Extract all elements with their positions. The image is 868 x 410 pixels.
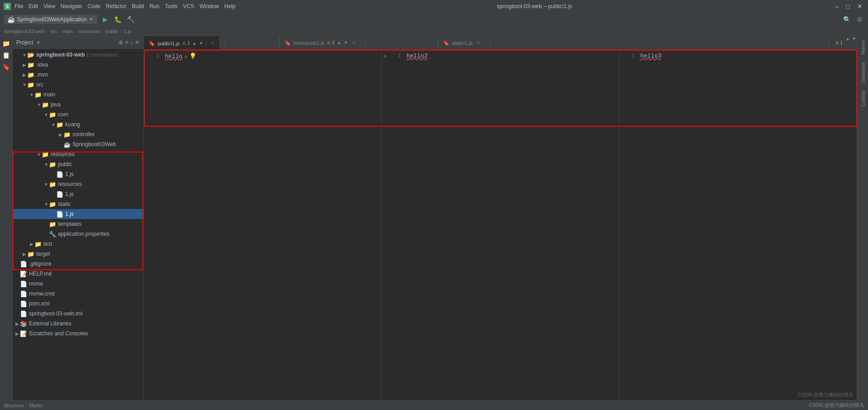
tab-nav-up[interactable]: ▲ <box>192 41 197 46</box>
label-sbweb-iml: springboot-03-web.iml <box>29 310 82 317</box>
tab-menu-btn-3[interactable]: ⋮ <box>485 36 496 49</box>
tree-item-static-1js[interactable]: 📄 1.js <box>13 209 144 219</box>
menu-run[interactable]: Run <box>149 3 159 10</box>
tab-nav-up-2[interactable]: ▲ <box>337 40 341 45</box>
build-button[interactable]: 🔨 <box>125 14 135 24</box>
menu-navigate[interactable]: Navigate <box>61 3 82 10</box>
menu-bar: FileEditViewNavigateCodeRefactorBuildRun… <box>14 3 235 10</box>
project-icon[interactable]: 📁 <box>1 38 12 49</box>
tab-nav-down-3[interactable]: ▼ <box>851 36 857 49</box>
minimize-button[interactable]: – <box>834 2 841 11</box>
menu-view[interactable]: View <box>43 3 55 10</box>
tree-item-templates[interactable]: 📁 templates <box>13 219 144 229</box>
tree-item-main[interactable]: ▼ 📁 main <box>13 90 144 100</box>
run-config-label: Springboot03WebApplication <box>17 16 87 23</box>
sidebar-database-label[interactable]: Database <box>859 58 867 87</box>
menu-edit[interactable]: Edit <box>29 3 38 10</box>
tree-item-test[interactable]: ▶ 📁 test <box>13 239 144 249</box>
label-gitignore: .gitignore <box>29 261 51 267</box>
menu-build[interactable]: Build <box>132 3 144 10</box>
tree-item-idea[interactable]: ▶ 📁 .idea <box>13 60 144 70</box>
tree-item-sbweb-iml[interactable]: 📄 springboot-03-web.iml <box>13 309 144 319</box>
close-button[interactable]: ✕ <box>855 2 864 11</box>
editor-content-public[interactable]: 1 hello ⚠ 💡 <box>144 50 381 400</box>
breadcrumb-sep-4: › <box>120 29 122 34</box>
tree-item-kuang[interactable]: ▼ 📁 kuang <box>13 119 144 129</box>
tree-item-target[interactable]: ▶ 📁 target <box>13 249 144 259</box>
tree-item-java[interactable]: ▼ 📁 java <box>13 100 144 110</box>
breadcrumb-part-5[interactable]: 1.js <box>124 29 131 34</box>
tree-item-gitignore[interactable]: 📄 .gitignore <box>13 259 144 269</box>
tab-menu-btn-2[interactable]: ⋮ <box>361 36 372 49</box>
debug-button[interactable]: 🐛 <box>113 14 123 24</box>
breadcrumb-part-1[interactable]: src <box>50 29 57 34</box>
tree-item-scratches[interactable]: ▶ 📝 Scratches and Consoles <box>13 329 144 338</box>
tree-item-mvnw[interactable]: 📄 mvnw <box>13 279 144 289</box>
menu-help[interactable]: Help <box>224 3 235 10</box>
breadcrumb-part-4[interactable]: public <box>106 29 119 34</box>
structure-icon[interactable]: 📋 <box>1 50 12 61</box>
tab-nav-up-3[interactable]: ▲ <box>844 36 851 49</box>
maximize-button[interactable]: □ <box>844 2 852 11</box>
search-button[interactable]: 🔍 <box>842 14 852 24</box>
tree-item-controller[interactable]: ▶ 📁 controller <box>13 129 144 139</box>
tab-close-static[interactable]: ✕ <box>476 40 480 46</box>
collapse-icon[interactable]: ↕ <box>130 39 134 46</box>
tab-static-1js[interactable]: 🔖 static\1.js ✕ <box>438 36 485 49</box>
breadcrumb-part-0[interactable]: springboot-03-web <box>4 29 45 34</box>
tree-item-mvn[interactable]: ▶ 📁 .mvn <box>13 70 144 80</box>
code-text-hello3: hello3 <box>640 52 662 59</box>
tree-item-resources[interactable]: ▼ 📁 resources <box>13 149 144 159</box>
run-config-selector[interactable]: ☕ Springboot03WebApplication ▼ <box>4 15 97 24</box>
icon-templates: 📁 <box>49 221 56 228</box>
tab-resources-1js[interactable]: 🔖 resources\1.js ⚠ 1 ▲ ▼ ✕ <box>280 36 361 49</box>
settings-button[interactable]: ⚙ <box>854 14 864 24</box>
status-structure[interactable]: Structure <box>4 403 24 408</box>
tab-menu-btn-1[interactable]: ⋮ <box>220 36 230 49</box>
tree-item-static[interactable]: ▼ 📁 static <box>13 199 144 209</box>
tree-item-Springboot03Web[interactable]: ☕ Springboot03Web <box>13 139 144 149</box>
tree-item-public[interactable]: ▼ 📁 public <box>13 159 144 169</box>
breadcrumb-part-3[interactable]: resources <box>78 29 100 34</box>
icon-mvn: 📁 <box>27 72 34 78</box>
menu-tools[interactable]: Tools <box>165 3 177 10</box>
tree-item-resources2[interactable]: ▼ 📁 resources <box>13 179 144 189</box>
menu-vcs[interactable]: VCS <box>183 3 194 10</box>
marks-icon[interactable]: 🔖 <box>1 62 12 72</box>
tab-nav-down[interactable]: ▼ <box>199 41 203 46</box>
expand-icon[interactable]: ≡ <box>125 39 129 46</box>
tab-public-1js[interactable]: 🔖 public\1.js ⚠ 1 ▲ ▼ | ✕ <box>144 36 220 49</box>
tree-item-appprops[interactable]: 🔧 application.properties <box>13 229 144 239</box>
editor-tabs-bar: 🔖 public\1.js ⚠ 1 ▲ ▼ | ✕ ⋮ 🔖 resources\… <box>144 36 857 50</box>
tree-item-mvnwcmd[interactable]: 📄 mvnw.cmd <box>13 289 144 299</box>
tree-item-resources-1js[interactable]: 📄 1.js <box>13 189 144 199</box>
menu-code[interactable]: Code <box>87 3 101 10</box>
tab-nav-down-2[interactable]: ▼ <box>344 40 348 45</box>
menu-refactor[interactable]: Refactor <box>106 3 126 10</box>
tree-item-helpmd[interactable]: 📝 HELP.md <box>13 269 144 279</box>
editor-content-static[interactable]: 1 hello3 <box>619 50 857 400</box>
run-button[interactable]: ▶ <box>100 14 110 24</box>
sidebar-maven-label[interactable]: Maven <box>859 36 867 58</box>
bulb-icon[interactable]: 💡 <box>189 52 197 60</box>
arrow-src: ▼ <box>22 82 27 87</box>
menu-file[interactable]: File <box>14 3 23 10</box>
editor-content-resources[interactable]: ⚠ 1 hello2 <box>382 50 619 400</box>
tree-item-root[interactable]: ▼ 📂 springboot-03-web E:\Users\potent... <box>13 50 144 60</box>
code-text-hello: hello <box>165 53 182 60</box>
breadcrumb-part-2[interactable]: main <box>62 29 73 34</box>
menu-window[interactable]: Window <box>200 3 219 10</box>
sidebar-codota-label[interactable]: Codota <box>859 87 867 110</box>
arrow-root: ▼ <box>22 52 27 57</box>
tab-close-resources[interactable]: ✕ <box>352 40 356 46</box>
tree-item-src[interactable]: ▼ 📁 src <box>13 80 144 90</box>
close-panel-icon[interactable]: ✕ <box>135 39 140 46</box>
tree-item-ext-libs[interactable]: ▶ 📚 External Libraries <box>13 319 144 329</box>
status-marks[interactable]: Marks <box>29 403 43 408</box>
tab-close-public[interactable]: ✕ <box>211 40 215 46</box>
tab-bar-menu-end[interactable]: ⋮ <box>824 36 835 49</box>
locate-icon[interactable]: ⊕ <box>118 39 123 46</box>
tree-item-pomxml[interactable]: 📄 pom.xml <box>13 299 144 309</box>
tree-item-public-1js[interactable]: 📄 1.js <box>13 169 144 179</box>
tree-item-com[interactable]: ▼ 📁 com <box>13 110 144 119</box>
